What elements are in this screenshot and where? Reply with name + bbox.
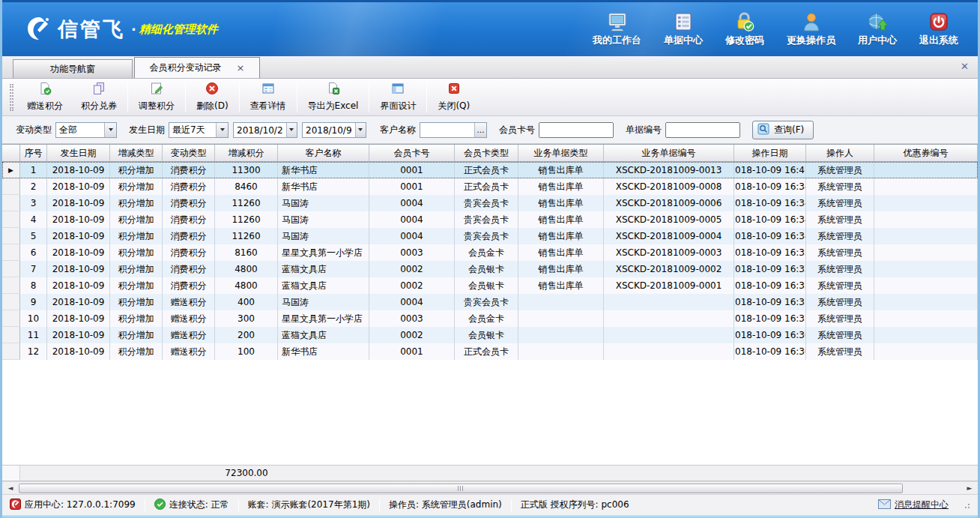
nav-change-password[interactable]: 修改密码	[725, 11, 764, 47]
tabstrip-close-icon[interactable]: ✕	[961, 61, 969, 72]
table-row[interactable]: 112018-10-09积分增加赠送积分200蓝猫文具店0002会员银卡2018…	[2, 327, 978, 343]
column-header-9[interactable]: 业务单据类型	[518, 145, 604, 161]
grid-cell: 0003	[369, 310, 455, 327]
grid-cell	[604, 343, 734, 360]
card-no-input[interactable]	[539, 122, 614, 138]
row-selector-cell[interactable]	[2, 195, 20, 211]
doc-no-input[interactable]	[665, 122, 740, 138]
nav-switch-operator[interactable]: 更换操作员	[787, 11, 835, 47]
customer-input[interactable]	[420, 123, 474, 137]
column-header-2[interactable]: 发生日期	[47, 145, 110, 161]
grid-cell: 2018-10-09 16:31	[734, 294, 806, 310]
column-header-11[interactable]: 操作日期	[734, 145, 806, 161]
column-header-1[interactable]: 序号	[20, 145, 47, 161]
workbench-icon	[606, 11, 629, 32]
row-selector-cell[interactable]	[2, 244, 20, 261]
column-header-13[interactable]: 优惠券编号	[874, 145, 978, 161]
row-selector-cell[interactable]	[2, 343, 20, 360]
column-header-7[interactable]: 会员卡号	[369, 145, 455, 161]
chevron-down-icon[interactable]	[286, 123, 297, 137]
row-selector-cell[interactable]	[2, 277, 20, 294]
column-header-12[interactable]: 操作人	[806, 145, 874, 161]
table-row[interactable]: 122018-10-09积分增加赠送积分100新华书店0001正式会员卡2018…	[2, 343, 978, 360]
toolbar-separator	[239, 82, 240, 112]
nav-document-center[interactable]: 单据中心	[664, 11, 703, 47]
date-range-select[interactable]: 最近7天	[169, 122, 229, 138]
grid-cell: 积分增加	[110, 294, 163, 310]
table-row[interactable]: 22018-10-09积分增加消费积分8460新华书店0001正式会员卡销售出库…	[2, 178, 978, 195]
table-row[interactable]: 42018-10-09积分增加消费积分11260马国涛0004贵宾会员卡销售出库…	[2, 211, 978, 228]
column-header-8[interactable]: 会员卡类型	[455, 145, 518, 161]
table-row[interactable]: 52018-10-09积分增加消费积分11260马国涛0004贵宾会员卡销售出库…	[2, 228, 978, 244]
date-from-picker[interactable]: 2018/10/2	[233, 122, 297, 138]
grid-cell: 0001	[369, 343, 455, 360]
column-header-10[interactable]: 业务单据编号	[604, 145, 734, 161]
filter-bar: 变动类型 全部 发生日期 最近7天 2018/10/2 2018/10/9 客户…	[2, 116, 978, 144]
nav-user-center[interactable]: 用户中心	[858, 11, 897, 47]
table-row[interactable]: ▶12018-10-09积分增加消费积分11300新华书店0001正式会员卡销售…	[2, 162, 978, 178]
chevron-down-icon[interactable]	[104, 123, 116, 137]
resize-grip[interactable]	[963, 502, 970, 509]
row-selector-cell[interactable]	[2, 310, 20, 327]
toolbar-drag-handle[interactable]	[10, 84, 13, 111]
grid-cell: 蓝猫文具店	[278, 277, 369, 294]
grid-body: ▶12018-10-09积分增加消费积分11300新华书店0001正式会员卡销售…	[2, 162, 978, 360]
customer-label: 客户名称	[380, 124, 416, 136]
row-selector-cell[interactable]	[2, 211, 20, 228]
table-row[interactable]: 82018-10-09积分增加消费积分4800蓝猫文具店0002会员银卡销售出库…	[2, 277, 978, 294]
row-selector-cell[interactable]	[2, 327, 20, 343]
message-center-link[interactable]: 消息提醒中心	[878, 499, 970, 511]
close-button[interactable]: 关闭(Q)	[429, 79, 479, 115]
delete-button[interactable]: 删除(D)	[187, 79, 238, 115]
column-header-6[interactable]: 客户名称	[278, 145, 369, 161]
table-row[interactable]: 92018-10-09积分增加赠送积分400马国涛0004贵宾会员卡2018-1…	[2, 294, 978, 310]
adjust-points-button[interactable]: 调整积分	[130, 79, 184, 115]
customer-lookup-button[interactable]: …	[474, 123, 486, 137]
table-row[interactable]: 62018-10-09积分增加消费积分8160星星文具第一小学店0003会员金卡…	[2, 244, 978, 261]
points-voucher-button[interactable]: 积分兑券	[72, 79, 126, 115]
export-excel-button[interactable]: 导出为Excel	[299, 79, 368, 115]
scrollbar-thumb[interactable]	[19, 484, 903, 493]
nav-my-workbench[interactable]: 我的工作台	[593, 11, 641, 47]
grid-cell	[874, 294, 978, 310]
column-header-3[interactable]: 增减类型	[110, 145, 163, 161]
grid-cell: 积分增加	[110, 195, 163, 211]
tab-member-points-log[interactable]: 会员积分变动记录 ×	[134, 57, 260, 78]
column-header-5[interactable]: 增减积分	[215, 145, 278, 161]
row-selector-cell[interactable]	[2, 178, 20, 195]
logo-icon	[25, 15, 52, 44]
grid-cell: 星星文具第一小学店	[278, 244, 369, 261]
grid-cell: 系统管理员	[806, 261, 874, 277]
ui-design-button[interactable]: 界面设计	[371, 79, 425, 115]
date-to-picker[interactable]: 2018/10/9	[302, 122, 366, 138]
nav-exit-system[interactable]: 退出系统	[919, 11, 958, 47]
grid-cell: 2018-10-09 16:33	[734, 277, 806, 294]
summary-selector-cell	[2, 466, 20, 481]
scroll-left-icon[interactable]: ◄	[4, 484, 16, 493]
grid-cell: 300	[215, 310, 278, 327]
grid-cell: 系统管理员	[806, 211, 874, 228]
horizontal-scrollbar[interactable]: ◄ ►	[2, 481, 978, 494]
row-selector-cell[interactable]	[2, 228, 20, 244]
table-row[interactable]: 102018-10-09积分增加赠送积分300星星文具第一小学店0003会员金卡…	[2, 310, 978, 327]
table-row[interactable]: 72018-10-09积分增加消费积分4800蓝猫文具店0002会员银卡销售出库…	[2, 261, 978, 277]
view-details-button[interactable]: 查看详情	[241, 79, 295, 115]
date-label: 发生日期	[129, 124, 165, 136]
tab-function-nav[interactable]: 功能导航窗	[13, 59, 133, 78]
gift-points-button[interactable]: 赠送积分	[18, 79, 72, 115]
change-type-select[interactable]: 全部	[55, 122, 117, 138]
query-button[interactable]: 查询(F)	[752, 121, 814, 139]
table-row[interactable]: 32018-10-09积分增加消费积分11260马国涛0004贵宾会员卡销售出库…	[2, 195, 978, 211]
grid-cell: XSCKD-20181009-0002	[604, 261, 734, 277]
chevron-down-icon[interactable]	[355, 123, 366, 137]
grid-cell: 6	[20, 244, 47, 261]
row-selector-cell[interactable]	[2, 261, 20, 277]
tab-close-icon[interactable]: ×	[237, 63, 245, 73]
grid-cell: 新华书店	[278, 343, 369, 360]
column-header-4[interactable]: 变动类型	[163, 145, 215, 161]
chevron-down-icon[interactable]	[216, 123, 228, 137]
row-selector-cell[interactable]	[2, 294, 20, 310]
scroll-right-icon[interactable]: ►	[964, 484, 976, 493]
grid-corner-cell[interactable]	[2, 145, 20, 161]
row-selector-arrow-icon[interactable]: ▶	[2, 162, 20, 178]
